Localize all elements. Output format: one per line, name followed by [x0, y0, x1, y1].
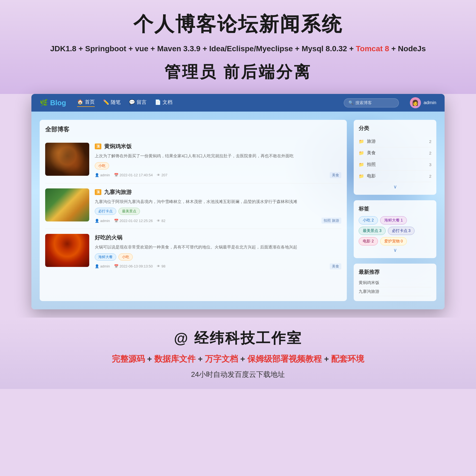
- sub-title: 管理员 前后端分离: [6, 61, 470, 83]
- tech-stack-text1: JDK1.8 + Springboot + vue + Maven 3.3.9 …: [50, 44, 356, 53]
- nav-link-home[interactable]: 🏠 首页: [77, 99, 95, 107]
- category-badge-2: 拍照 旅游: [321, 218, 341, 224]
- main-title: 个人博客论坛新闻系统: [6, 11, 470, 37]
- nav-docs-label: 文档: [163, 99, 172, 106]
- blog-tags-3: 海鲜大餐 小吃: [95, 253, 341, 261]
- feat-1: 数据库文件: [154, 354, 196, 363]
- date-2: 📅 2022-01-02 12:25:26: [114, 219, 153, 223]
- search-icon: 🔍: [348, 100, 354, 105]
- category-photo[interactable]: 📁 拍照 3: [359, 159, 431, 171]
- category-movie[interactable]: 📁 电影 2: [359, 171, 431, 182]
- blog-thumb-3: [45, 234, 89, 267]
- category-food-left: 📁 美食: [359, 150, 376, 156]
- blog-info-2: 顶 九寨沟旅游 九寨沟位于阿坝州九寨沟县境内，沟中雪峰林立，林木茂密，水池浅滩五…: [95, 188, 341, 224]
- blog-meta-left-1: 👤 admin 📅 2022-01-12 17:40:54 👁 207: [95, 173, 167, 177]
- feat-3: 保姆级部署视频教程: [247, 354, 322, 363]
- categories-expand-btn[interactable]: ∨: [359, 182, 431, 190]
- nav-messages-label: 留言: [137, 99, 147, 106]
- recommended-item-0[interactable]: 黄焖鸡米饭: [359, 278, 431, 287]
- nav-link-docs[interactable]: 📄 文档: [155, 99, 172, 107]
- blog-thumb-1: [45, 143, 89, 176]
- blog-header-2: 顶 九寨沟旅游: [95, 188, 341, 196]
- blog-list-title: 全部博客: [45, 125, 341, 134]
- username: admin: [424, 100, 436, 106]
- nav-link-notes[interactable]: ✏️ 随笔: [103, 99, 121, 107]
- blog-header-1: 顶 黄焖鸡米饭: [95, 143, 341, 150]
- sidebar-tag-5[interactable]: 爱护宠物 0: [380, 237, 407, 245]
- company-name: @ 经纬科技工作室: [6, 329, 470, 348]
- user-avatar: 👩: [410, 97, 421, 108]
- category-photo-count: 3: [429, 162, 431, 167]
- top-tag-2: 顶: [95, 189, 101, 195]
- category-photo-left: 📁 拍照: [359, 162, 376, 167]
- blog-title-1[interactable]: 黄焖鸡米饭: [104, 143, 132, 150]
- messages-icon: 💬: [129, 99, 135, 105]
- sidebar-tag-1[interactable]: 海鲜大餐 1: [380, 216, 407, 225]
- category-food[interactable]: 📁 美食 2: [359, 147, 431, 159]
- category-travel-name: 旅游: [367, 139, 376, 144]
- browser-mockup: 🌿 Blog 🏠 首页 ✏️ 随笔 💬 留言 📄 文档 🔍 搜索博客: [31, 94, 445, 309]
- categories-title: 分类: [359, 125, 431, 132]
- tags-card: 标签 小吃 2 海鲜大餐 1 最美景点 3 必打卡点 3 电影 2 爱护宠物 0…: [354, 200, 436, 258]
- tags-expand-btn[interactable]: ∨: [359, 245, 431, 253]
- sidebar-tag-3[interactable]: 必打卡点 3: [388, 227, 415, 235]
- search-box[interactable]: 🔍 搜索博客: [344, 98, 399, 107]
- blog-desc-3: 火锅可以说是现在非常受欢迎的一种美食，具有不可替代的地位。火锅最早是在北方兴起，…: [95, 244, 341, 251]
- nav-links: 🏠 首页 ✏️ 随笔 💬 留言 📄 文档: [77, 99, 333, 107]
- views-3: 👁 98: [157, 264, 165, 268]
- tech-stack-tomcat: Tomcat 8: [356, 44, 389, 53]
- sidebar-tag-4[interactable]: 电影 2: [359, 237, 378, 245]
- blog-item-3: 好吃的火锅 火锅可以说是现在非常受欢迎的一种美食，具有不可替代的地位。火锅最早是…: [45, 229, 341, 274]
- recommended-item-1[interactable]: 九寨沟旅游: [359, 287, 431, 296]
- recommended-card: 最新推荐 黄焖鸡米饭 九寨沟旅游: [354, 264, 436, 301]
- brand-text: Blog: [50, 99, 66, 107]
- blog-title-3[interactable]: 好吃的火锅: [95, 234, 122, 241]
- author-2: 👤 admin: [95, 219, 110, 223]
- navbar: 🌿 Blog 🏠 首页 ✏️ 随笔 💬 留言 📄 文档 🔍 搜索博客: [31, 94, 445, 112]
- category-travel-left: 📁 旅游: [359, 139, 376, 144]
- blog-meta-left-2: 👤 admin 📅 2022-01-02 12:25:26 👁 82: [95, 219, 165, 223]
- blog-info-3: 好吃的火锅 火锅可以说是现在非常受欢迎的一种美食，具有不可替代的地位。火锅最早是…: [95, 234, 341, 269]
- nav-user[interactable]: 👩 admin: [410, 97, 436, 108]
- category-badge-1: 美食: [330, 172, 341, 178]
- category-movie-count: 2: [429, 174, 431, 178]
- nav-brand[interactable]: 🌿 Blog: [40, 99, 66, 107]
- folder-icon-photo: 📁: [359, 162, 364, 167]
- blog-header-3: 好吃的火锅: [95, 234, 341, 241]
- blog-meta-1: 👤 admin 📅 2022-01-12 17:40:54 👁 207 美食: [95, 172, 341, 178]
- category-travel-count: 2: [429, 139, 431, 144]
- category-food-count: 2: [429, 151, 431, 155]
- category-travel[interactable]: 📁 旅游 2: [359, 136, 431, 147]
- content-area: 全部博客 顶 黄焖鸡米饭 上次为了解馋在外面买了一份黄焖鸡，结果全家4口人有3口…: [31, 112, 445, 309]
- blog-tag-2-2[interactable]: 最美景点: [118, 208, 140, 215]
- plus-2: +: [240, 354, 247, 363]
- sidebar-tag-0[interactable]: 小吃 2: [359, 216, 378, 225]
- feat-0: 完整源码: [112, 354, 145, 363]
- blog-tag-2-1[interactable]: 必打卡点: [95, 208, 116, 215]
- categories-card: 分类 📁 旅游 2 📁 美食 2: [354, 120, 436, 195]
- recommended-title: 最新推荐: [359, 269, 431, 276]
- blog-tag-1-1[interactable]: 小吃: [95, 162, 109, 169]
- blog-title-2[interactable]: 九寨沟旅游: [104, 188, 132, 196]
- nav-link-messages[interactable]: 💬 留言: [129, 99, 147, 107]
- plus-1: +: [198, 354, 205, 363]
- tech-stack-nodejs: + NodeJs: [389, 44, 426, 53]
- top-tag-1: 顶: [95, 144, 101, 149]
- blog-info-1: 顶 黄焖鸡米饭 上次为了解馋在外面买了一份黄焖鸡，结果全家4口人有3口人吃完就拉…: [95, 143, 341, 178]
- sidebar-tag-2[interactable]: 最美景点 3: [359, 227, 386, 235]
- blog-tag-3-2[interactable]: 小吃: [118, 253, 133, 261]
- docs-icon: 📄: [155, 99, 161, 105]
- feat-4: 配套环境: [331, 354, 364, 363]
- blog-tags-2: 必打卡点 最美景点: [95, 208, 341, 215]
- category-movie-name: 电影: [367, 173, 376, 179]
- blog-item-1: 顶 黄焖鸡米饭 上次为了解馋在外面买了一份黄焖鸡，结果全家4口人有3口人吃完就拉…: [45, 138, 341, 183]
- search-placeholder-text: 搜索博客: [355, 100, 372, 106]
- tags-title: 标签: [359, 205, 431, 212]
- blog-thumb-2: [45, 188, 89, 221]
- main-content: 全部博客 顶 黄焖鸡米饭 上次为了解馋在外面买了一份黄焖鸡，结果全家4口人有3口…: [31, 112, 445, 309]
- blog-list: 全部博客 顶 黄焖鸡米饭 上次为了解馋在外面买了一份黄焖鸡，结果全家4口人有3口…: [40, 120, 347, 301]
- views-2: 👁 82: [157, 219, 165, 223]
- plus-3: +: [324, 354, 331, 363]
- sidebar: 分类 📁 旅游 2 📁 美食 2: [354, 120, 436, 301]
- blog-tag-3-1[interactable]: 海鲜大餐: [95, 253, 116, 261]
